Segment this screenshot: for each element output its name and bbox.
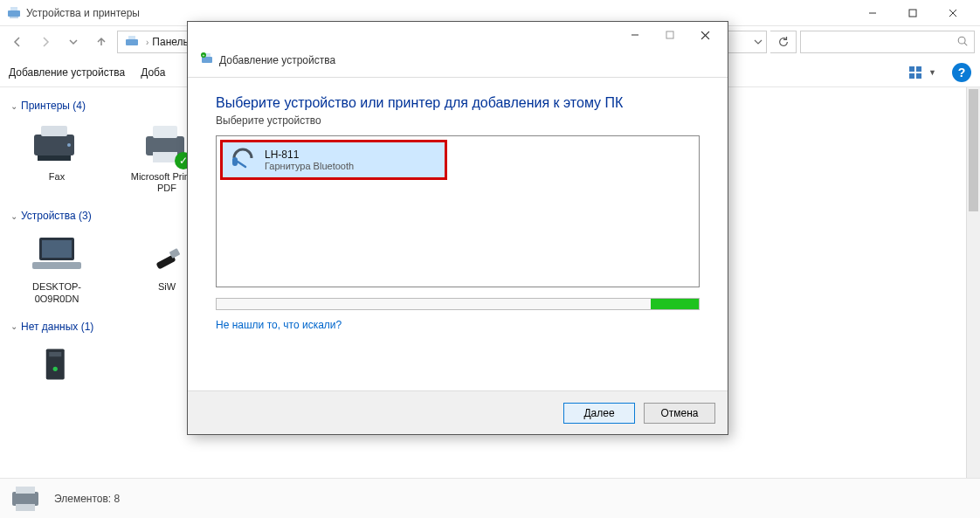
window-controls (852, 0, 973, 26)
chevron-down-icon: ⌄ (10, 211, 17, 221)
svg-rect-30 (12, 492, 38, 506)
search-input[interactable] (800, 31, 975, 53)
device-name: LH-811 (265, 148, 354, 161)
add-device-wizard-icon: + (200, 52, 214, 68)
device-entry-lh811[interactable]: LH-811 Гарнитура Bluetooth (220, 140, 447, 180)
svg-rect-0 (8, 10, 20, 17)
svg-rect-20 (153, 126, 177, 138)
svg-point-29 (53, 366, 58, 370)
group-label: Нет данных (1) (21, 321, 93, 333)
progress-fill (651, 299, 699, 309)
svg-rect-16 (41, 126, 67, 136)
laptop-icon (26, 229, 87, 278)
discovered-device-list[interactable]: LH-811 Гарнитура Bluetooth (216, 135, 700, 287)
svg-rect-21 (153, 152, 177, 162)
device-item-fax[interactable]: Fax (17, 119, 96, 194)
device-label: DESKTOP-0O9R0DN (17, 281, 96, 304)
status-text: Элементов: 8 (54, 493, 120, 505)
add-device-command[interactable]: Добавление устройства (9, 66, 125, 79)
svg-rect-8 (128, 36, 135, 39)
scan-progress-bar (216, 298, 700, 310)
device-type: Гарнитура Bluetooth (265, 161, 354, 171)
svg-rect-34 (666, 31, 673, 38)
svg-rect-31 (16, 487, 35, 494)
help-link[interactable]: Не нашли то, что искали? (216, 319, 342, 331)
cancel-button[interactable]: Отмена (644, 403, 715, 424)
device-item-unknown[interactable] (17, 340, 96, 392)
svg-rect-24 (32, 262, 81, 269)
svg-rect-14 (916, 73, 921, 79)
svg-point-9 (958, 37, 965, 44)
scrollbar-thumb[interactable] (969, 89, 978, 211)
group-label: Устройства (3) (21, 210, 92, 222)
status-bar: Элементов: 8 (0, 478, 980, 518)
nav-up-button[interactable] (89, 30, 114, 54)
add-device-dialog: + Добавление устройства Выберите устройс… (187, 21, 728, 435)
devices-and-printers-icon (7, 6, 21, 20)
svg-rect-2 (10, 17, 18, 18)
svg-point-18 (67, 143, 71, 147)
svg-rect-7 (126, 39, 138, 45)
svg-text:+: + (203, 52, 205, 58)
devices-and-printers-icon (125, 35, 139, 49)
device-label: Fax (17, 171, 96, 183)
window-title: Устройства и принтеры (26, 7, 852, 19)
svg-line-10 (964, 43, 967, 45)
svg-rect-11 (909, 66, 914, 72)
help-button[interactable]: ? (952, 63, 971, 82)
next-button[interactable]: Далее (563, 403, 635, 424)
device-item-desktop[interactable]: DESKTOP-0O9R0DN (17, 229, 96, 304)
dialog-heading: Выберите устройство или принтер для доба… (216, 95, 700, 111)
refresh-button[interactable] (770, 31, 797, 53)
chevron-down-icon: ⌄ (10, 321, 17, 331)
svg-rect-28 (49, 352, 61, 356)
fax-icon (26, 119, 87, 168)
chevron-right-icon: › (146, 38, 148, 47)
svg-rect-37 (202, 57, 212, 63)
dialog-footer: Далее Отмена (188, 390, 728, 434)
bluetooth-headset-icon (230, 147, 256, 173)
close-button[interactable] (933, 0, 973, 26)
dialog-subtitle-row: + Добавление устройства (188, 48, 728, 78)
status-thumb-icon (9, 483, 44, 515)
dialog-hint: Выберите устройство (216, 114, 700, 127)
chevron-down-icon: ⌄ (10, 101, 17, 111)
svg-rect-12 (916, 66, 921, 72)
svg-rect-17 (38, 155, 71, 161)
dialog-subtitle: Добавление устройства (219, 54, 335, 66)
svg-rect-4 (909, 10, 916, 17)
breadcrumb-dropdown[interactable] (754, 38, 763, 46)
svg-rect-23 (42, 240, 72, 258)
group-label: Принтеры (4) (21, 100, 86, 112)
dialog-maximize-button[interactable] (652, 24, 687, 46)
svg-rect-13 (909, 73, 914, 79)
add-printer-command[interactable]: Доба (141, 66, 165, 79)
svg-rect-1 (10, 7, 17, 10)
dialog-minimize-button[interactable] (618, 24, 652, 46)
vertical-scrollbar[interactable] (966, 87, 980, 478)
dialog-titlebar (188, 22, 728, 48)
dialog-body: Выберите устройство или принтер для доба… (188, 78, 728, 390)
tower-pc-icon (26, 340, 87, 389)
minimize-button[interactable] (852, 0, 893, 26)
search-icon (956, 35, 969, 50)
view-options-button[interactable]: ▼ (909, 66, 936, 79)
nav-forward-button[interactable] (33, 30, 58, 54)
maximize-button[interactable] (893, 0, 933, 26)
chevron-down-icon: ▼ (928, 68, 936, 77)
nav-back-button[interactable] (5, 30, 30, 54)
dialog-close-button[interactable] (687, 24, 722, 46)
nav-recent-button[interactable] (61, 30, 86, 54)
svg-rect-32 (16, 504, 35, 511)
